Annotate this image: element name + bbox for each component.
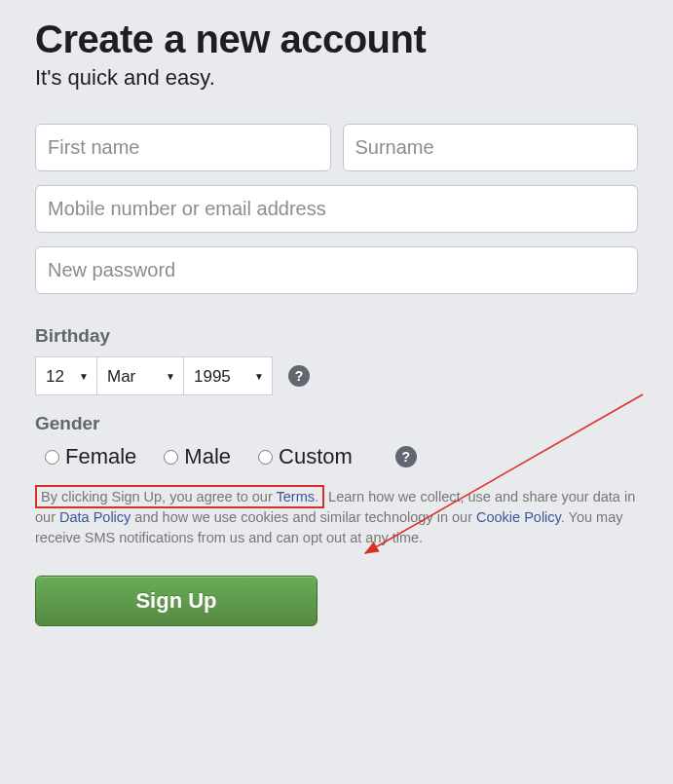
birthday-row: 12 Mar 1995 ?	[35, 356, 638, 395]
gender-female-label: Female	[65, 444, 136, 469]
birthday-year-select[interactable]: 1995	[183, 356, 273, 395]
gender-custom-label: Custom	[279, 444, 353, 469]
name-row	[35, 124, 638, 171]
terms-prefix: By clicking Sign Up, you agree to our	[41, 489, 277, 504]
gender-label: Gender	[35, 413, 638, 434]
surname-field[interactable]	[343, 124, 639, 171]
birthday-day-select[interactable]: 12	[35, 356, 97, 395]
radio-male[interactable]	[164, 450, 178, 465]
contact-field[interactable]	[35, 185, 638, 233]
gender-option-male[interactable]: Male	[164, 444, 231, 469]
terms-link[interactable]: Terms	[277, 489, 315, 504]
terms-period: .	[315, 489, 318, 504]
password-field[interactable]	[35, 246, 638, 294]
cookie-policy-link[interactable]: Cookie Policy	[476, 509, 561, 525]
birthday-label: Birthday	[35, 325, 638, 347]
terms-highlight-box: By clicking Sign Up, you agree to our Te…	[35, 485, 324, 508]
gender-male-label: Male	[184, 444, 231, 469]
radio-custom[interactable]	[258, 450, 273, 465]
help-icon[interactable]: ?	[288, 365, 310, 387]
gender-option-female[interactable]: Female	[45, 444, 136, 469]
gender-option-custom[interactable]: Custom	[258, 444, 353, 469]
birthday-month-select[interactable]: Mar	[96, 356, 184, 395]
gender-row: Female Male Custom ?	[35, 444, 638, 469]
help-icon[interactable]: ?	[395, 446, 417, 467]
radio-female[interactable]	[45, 450, 59, 465]
signup-button[interactable]: Sign Up	[35, 576, 318, 626]
terms-learn2: and how we use cookies and similar techn…	[131, 509, 476, 525]
page-subtitle: It's quick and easy.	[35, 65, 638, 91]
page-title: Create a new account	[35, 18, 638, 61]
terms-text: By clicking Sign Up, you agree to our Te…	[35, 487, 638, 548]
data-policy-link[interactable]: Data Policy	[59, 509, 131, 525]
first-name-field[interactable]	[35, 124, 331, 171]
